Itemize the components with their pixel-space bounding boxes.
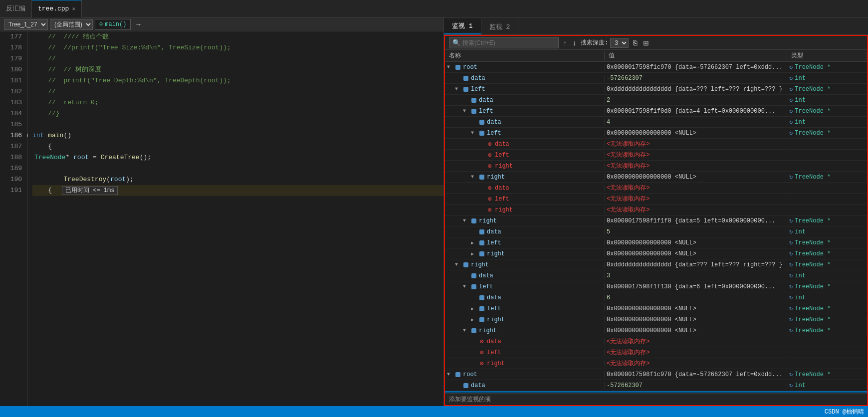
expand-arrow-icon[interactable]: ▼ [463, 328, 469, 333]
var-value: <无法读取内存> [605, 140, 787, 148]
var-name: left [487, 239, 501, 246]
tab-disasm[interactable]: 反汇编 [0, 0, 32, 17]
table-row[interactable]: ▼left0x0000017598f1f0d0 {data=4 left=0x0… [445, 106, 867, 117]
col-type: 类型 [787, 51, 867, 60]
expand-arrow-icon[interactable]: ▶ [471, 251, 477, 257]
var-value: 5 [605, 228, 787, 235]
table-row[interactable]: data3↻int [445, 270, 867, 281]
svg-rect-3 [471, 98, 476, 103]
time-tag: 已用时间 <= 1ms [62, 186, 118, 195]
var-type: ↻TreeNode * [787, 250, 867, 257]
svg-rect-4 [471, 109, 476, 114]
table-row[interactable]: ▶left0x0000000000000000 <NULL>↻TreeNode … [445, 237, 867, 248]
expand-arrow-icon[interactable]: ▼ [455, 262, 461, 267]
table-row[interactable]: ▼left0xdddddddddddddddd {data=??? left=?… [445, 84, 867, 95]
table-row[interactable]: ⊗data<无法读取内存> [445, 183, 867, 194]
table-row[interactable]: ▼left0x0000017598f1f130 {data=6 left=0x0… [445, 281, 867, 292]
code-content: 177 178 179 180 181 182 183 184 185 186 … [0, 31, 443, 406]
var-value: <无法读取内存> [605, 162, 787, 170]
var-type: ↻TreeNode * [787, 173, 867, 181]
table-row[interactable]: data5↻int [445, 226, 867, 237]
table-row[interactable]: ▶left0x0000000000000000 <NULL>↻TreeNode … [445, 303, 867, 314]
svg-rect-8 [471, 218, 476, 223]
expand-arrow-icon[interactable]: ▶ [471, 306, 477, 312]
var-value: 0x0000000000000000 <NULL> [605, 239, 787, 246]
range-select[interactable]: (全局范围) [50, 19, 93, 30]
variable-icon [470, 283, 477, 290]
table-row[interactable]: ▼right0x0000017598f1f1f0 {data=5 left=0x… [445, 215, 867, 226]
expand-arrow-icon[interactable]: ▼ [471, 130, 477, 136]
close-tab-icon[interactable]: ✕ [72, 5, 75, 12]
table-row[interactable]: ▶right0x0000000000000000 <NULL>↻TreeNode… [445, 248, 867, 259]
code-line-185 [32, 119, 443, 130]
scope-select[interactable]: Tree_1_27 [4, 19, 48, 30]
add-watch-btn[interactable]: 添加要监视的项 [445, 393, 867, 405]
expand-arrow-icon[interactable]: ▶ [471, 317, 477, 323]
var-name: left [471, 86, 485, 93]
variable-icon [478, 130, 485, 137]
table-row[interactable]: ⊗data<无法读取内存> [445, 139, 867, 150]
table-row[interactable]: ▼right0xdddddddddddddddd {data=??? left=… [445, 259, 867, 270]
table-row[interactable]: data2↻int [445, 95, 867, 106]
table-row[interactable]: ⊗data<无法读取内存> [445, 336, 867, 347]
expand-arrow-icon[interactable]: ▶ [471, 240, 477, 246]
var-name: right [487, 250, 505, 257]
table-row[interactable]: ⊗left<无法读取内存> [445, 194, 867, 205]
nav-up-btn[interactable]: ↑ [562, 39, 568, 47]
expand-arrow-icon[interactable]: ▼ [447, 64, 453, 70]
table-row[interactable]: data-572662307↻int [445, 73, 867, 84]
variable-icon [470, 217, 477, 224]
search-box[interactable]: 🔍 [449, 37, 559, 48]
var-type: ↻TreeNode * [787, 129, 867, 137]
nav-down-btn[interactable]: ↓ [571, 39, 578, 47]
var-type: ↻int [787, 382, 867, 389]
var-value: -572662307 [605, 75, 787, 82]
variable-icon [478, 239, 485, 246]
tab-tree-cpp[interactable]: tree.cpp ✕ [32, 0, 82, 17]
nav-forward-btn[interactable]: → [133, 20, 144, 28]
expand-arrow-icon[interactable]: ▼ [455, 86, 461, 92]
variable-icon [478, 305, 485, 312]
watch-tabs: 监视 1 监视 2 [444, 17, 868, 35]
line-182: 182 [0, 86, 22, 97]
var-name: data [487, 228, 501, 235]
table-row[interactable]: ⊗right<无法读取内存> [445, 358, 867, 369]
table-row[interactable]: ▼right0x0000000000000000 <NULL>↻TreeNode… [445, 325, 867, 336]
watch-toolbar: 🔍 ↑ ↓ 搜索深度: 1 2 3 4 5 ⎘ ⊞ [445, 36, 867, 50]
code-line-179: // [32, 53, 443, 64]
table-row[interactable]: ▼root0x0000017598f1c970 {data=-572662307… [445, 62, 867, 73]
expand-all-btn[interactable]: ⊞ [642, 39, 651, 47]
tab-watch2[interactable]: 监视 2 [481, 19, 519, 34]
table-row[interactable]: data4↻int [445, 117, 867, 128]
table-row[interactable]: ▼right0x0000000000000000 <NULL>↻TreeNode… [445, 172, 867, 183]
depth-select[interactable]: 1 2 3 4 5 [610, 38, 629, 48]
var-name: data [487, 338, 501, 345]
expand-arrow-icon[interactable]: ▼ [447, 372, 453, 377]
var-value: 0x0000017598f1f130 {data=6 left=0x000000… [605, 283, 787, 290]
error-icon: ⊗ [486, 185, 493, 192]
table-row[interactable]: ▼left0x0000000000000000 <NULL>↻TreeNode … [445, 128, 867, 139]
line-numbers: 177 178 179 180 181 182 183 184 185 186 … [0, 31, 27, 406]
table-row[interactable]: ▶right0x0000000000000000 <NULL>↻TreeNode… [445, 314, 867, 325]
search-input[interactable] [462, 39, 555, 46]
expand-arrow-icon[interactable]: ▼ [463, 284, 469, 289]
var-value: 0x0000000000000000 <NULL> [605, 316, 787, 323]
table-row[interactable]: ⊗left<无法读取内存> [445, 150, 867, 161]
var-value: 0x0000000000000000 <NULL> [605, 327, 787, 334]
error-icon: ⊗ [486, 141, 493, 148]
table-row[interactable]: ⊗right<无法读取内存> [445, 205, 867, 215]
table-row[interactable]: data-572662307↻int [445, 380, 867, 391]
table-row[interactable]: ▼root0x0000017598f1c970 {data=-572662307… [445, 369, 867, 380]
expand-arrow-icon[interactable]: ▼ [471, 174, 477, 180]
var-name: data [487, 294, 501, 301]
tab-watch1[interactable]: 监视 1 [444, 18, 481, 34]
table-row[interactable]: ⊗right<无法读取内存> [445, 161, 867, 172]
expand-arrow-icon[interactable]: ▼ [463, 108, 469, 114]
table-row[interactable]: ⊗left<无法读取内存> [445, 347, 867, 358]
var-value: 0xdddddddddddddddd {data=??? left=??? ri… [605, 261, 787, 268]
expand-arrow-icon[interactable]: ▼ [463, 218, 469, 223]
copy-btn[interactable]: ⎘ [632, 39, 639, 47]
table-row[interactable]: data6↻int [445, 292, 867, 303]
variable-icon [470, 272, 477, 279]
watch-table-body[interactable]: ▼root0x0000017598f1c970 {data=-572662307… [445, 62, 867, 393]
